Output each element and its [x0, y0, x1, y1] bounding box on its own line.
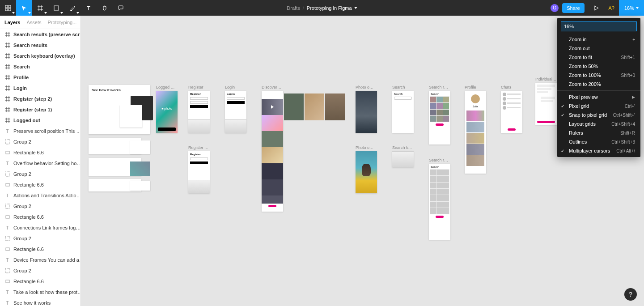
- menu-shortcut: -: [634, 46, 635, 51]
- layer-label: Login: [13, 85, 27, 91]
- frame-label[interactable]: Search r…: [429, 158, 450, 162]
- layer-item[interactable]: Login: [0, 83, 80, 94]
- menu-item[interactable]: OutlinesCtrl+Shift+3: [557, 137, 640, 146]
- layer-item[interactable]: TActions and Transitions Actio…: [0, 190, 80, 201]
- layer-item[interactable]: Rectangle 6.6: [0, 212, 80, 222]
- frame-label[interactable]: Search: [392, 85, 414, 89]
- frame-label[interactable]: Photo o…: [356, 85, 377, 89]
- layer-item[interactable]: Group 2: [0, 265, 80, 276]
- tab-assets[interactable]: Assets: [26, 20, 41, 25]
- layer-label: Group 2: [13, 171, 31, 177]
- menu-item[interactable]: Layout gridsCtrl+Shift+4: [557, 119, 640, 128]
- layer-item[interactable]: Register (step 2): [0, 94, 80, 104]
- layer-item[interactable]: Search: [0, 61, 80, 72]
- avatar[interactable]: G: [551, 4, 559, 12]
- layer-item[interactable]: Logged out: [0, 115, 80, 126]
- frame-label[interactable]: Register: [188, 85, 210, 89]
- menu-shortcut: Ctrl+': [625, 104, 635, 109]
- layer-label: Register (step 2): [13, 96, 52, 102]
- frame-label[interactable]: Profile: [465, 85, 486, 89]
- layer-label: Device Frames You can add a…: [13, 257, 80, 263]
- svg-text:T: T: [6, 193, 9, 198]
- layer-label: Overflow behavior Setting ho…: [13, 161, 80, 166]
- layer-item[interactable]: Register (step 1): [0, 104, 80, 115]
- layer-item[interactable]: TDevice Frames You can add a…: [0, 255, 80, 265]
- layer-item[interactable]: Group 2: [0, 136, 80, 147]
- layer-item[interactable]: TTake a look at how these prot…: [0, 287, 80, 298]
- frame-label[interactable]: Logged …: [156, 85, 178, 89]
- tab-page[interactable]: Prototyping...: [48, 20, 77, 25]
- menu-item[interactable]: Zoom to fitShift+1: [557, 53, 640, 62]
- menu-item[interactable]: Zoom in+: [557, 35, 640, 44]
- layer-item[interactable]: TSee how it works: [0, 298, 80, 306]
- svg-text:T: T: [6, 161, 9, 166]
- frame-label[interactable]: Search k…: [392, 145, 414, 150]
- breadcrumb-drafts[interactable]: Drafts: [287, 5, 300, 11]
- layer-item[interactable]: Rectangle 6.6: [0, 244, 80, 255]
- layer-label: Group 2: [13, 204, 31, 209]
- frame-label[interactable]: Search r…: [429, 85, 450, 89]
- pen-tool-button[interactable]: [64, 0, 80, 16]
- menu-item[interactable]: ✓Pixel gridCtrl+': [557, 102, 640, 110]
- menu-item[interactable]: Zoom out-: [557, 44, 640, 53]
- frame-label[interactable]: Chats: [501, 85, 522, 89]
- menu-item[interactable]: Zoom to 200%: [557, 80, 640, 89]
- frame-label[interactable]: Register …: [188, 145, 210, 150]
- layer-item[interactable]: TConnections Link frames tog…: [0, 222, 80, 233]
- hand-tool-button[interactable]: [97, 0, 113, 16]
- layer-label: Take a look at how these prot…: [13, 289, 80, 295]
- share-button[interactable]: Share: [562, 3, 584, 13]
- tab-layers[interactable]: Layers: [4, 20, 20, 25]
- frame-icon: [4, 64, 11, 70]
- rect-icon: [4, 149, 11, 156]
- frame-label[interactable]: Discover…: [262, 85, 283, 89]
- missing-fonts-button[interactable]: A?: [609, 5, 614, 11]
- menu-item[interactable]: RulersShift+R: [557, 128, 640, 137]
- svg-text:T: T: [6, 289, 9, 295]
- zoom-input[interactable]: [561, 21, 637, 31]
- layer-item[interactable]: Profile: [0, 72, 80, 83]
- check-icon: ✓: [561, 104, 564, 109]
- layer-item[interactable]: Search keyboard (overlay): [0, 51, 80, 61]
- frame-label[interactable]: Individual…: [535, 77, 557, 81]
- shape-tool-button[interactable]: [48, 0, 64, 16]
- layer-label: Search keyboard (overlay): [13, 53, 75, 59]
- frame-tool-button[interactable]: [32, 0, 48, 16]
- comment-tool-button[interactable]: [113, 0, 129, 16]
- layer-item[interactable]: TPreserve scroll position This …: [0, 126, 80, 136]
- main-menu-button[interactable]: [0, 0, 16, 16]
- frame-label[interactable]: Photo o…: [356, 145, 377, 150]
- menu-item[interactable]: Zoom to 100%Shift+0: [557, 71, 640, 80]
- menu-item[interactable]: ✓Snap to pixel gridCtrl+Shift+': [557, 110, 640, 119]
- canvas-thumb: [305, 94, 324, 120]
- zoom-dropdown[interactable]: 16%: [619, 0, 644, 16]
- menu-label: Outlines: [569, 139, 587, 144]
- layer-item[interactable]: Search results: [0, 40, 80, 51]
- text-icon: T: [4, 160, 11, 166]
- svg-rect-48: [6, 151, 9, 154]
- move-tool-button[interactable]: [16, 0, 32, 16]
- svg-rect-2: [5, 8, 8, 11]
- layer-item[interactable]: Rectangle 6.6: [0, 147, 80, 158]
- present-button[interactable]: [588, 5, 604, 11]
- svg-rect-3: [8, 8, 11, 11]
- layer-item[interactable]: Group 2: [0, 201, 80, 212]
- help-button[interactable]: ?: [624, 288, 637, 301]
- layer-item[interactable]: Group 2: [0, 233, 80, 244]
- menu-item[interactable]: Pixel preview▶: [557, 93, 640, 102]
- menu-item[interactable]: Zoom to 50%: [557, 62, 640, 71]
- layer-item[interactable]: Group 2: [0, 169, 80, 179]
- svg-rect-8: [54, 6, 59, 10]
- layer-label: Group 2: [13, 268, 31, 273]
- layer-item[interactable]: TOverflow behavior Setting ho…: [0, 158, 80, 169]
- layer-item[interactable]: Search results (preserve scr…: [0, 29, 80, 40]
- layer-item[interactable]: Rectangle 6.6: [0, 179, 80, 190]
- canvas-thumb: [284, 94, 304, 120]
- frame-icon: [4, 96, 11, 102]
- frame-label[interactable]: Login: [225, 85, 246, 89]
- frame-icon: [4, 42, 11, 48]
- text-tool-button[interactable]: T: [80, 0, 97, 16]
- layer-item[interactable]: Rectangle 6.6: [0, 276, 80, 287]
- breadcrumb-title[interactable]: Prototyping in Figma: [307, 5, 352, 11]
- menu-item[interactable]: ✓Multiplayer cursorsCtrl+Alt+\: [557, 146, 640, 155]
